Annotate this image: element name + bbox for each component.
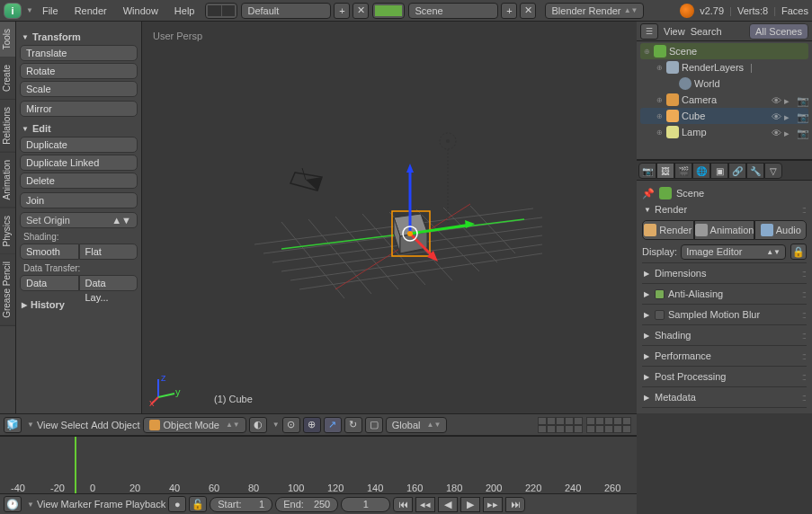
shade-flat-button[interactable]: Flat [79, 244, 138, 260]
scene-icon[interactable] [372, 3, 405, 19]
prop-tab-world[interactable]: 🌐 [692, 163, 710, 179]
mirror-button[interactable]: Mirror [20, 101, 138, 117]
screen-layout-icon[interactable] [205, 3, 237, 19]
menu-file[interactable]: File [35, 5, 66, 16]
add-layout-button[interactable]: + [334, 3, 350, 19]
mode-selector[interactable]: Object Mode▲▼ [143, 417, 246, 433]
jump-end-button[interactable]: ⏭ [505, 497, 525, 512]
prop-tab-render-layers[interactable]: 🖼 [656, 163, 674, 179]
add-scene-button[interactable]: + [501, 3, 517, 19]
prop-tab-constraints[interactable]: 🔗 [728, 163, 746, 179]
prev-key-button[interactable]: ◂◂ [415, 497, 435, 512]
shading-solid-icon[interactable]: ◐ [249, 417, 267, 433]
tab-animation[interactable]: Animation [0, 153, 15, 208]
info-icon[interactable]: i [4, 3, 22, 19]
manipulator-rotate-icon[interactable]: ↻ [344, 417, 362, 433]
tree-item-cube[interactable]: ⊕Cube👁▸📷 [640, 108, 808, 124]
outliner-tree[interactable]: ⊕Scene⊕RenderLayers|World⊕Camera👁▸📷⊕Cube… [637, 41, 812, 142]
manipulator-translate-icon[interactable]: ↗ [324, 417, 342, 433]
panel-performance[interactable]: ▶Performance::: [642, 349, 807, 363]
3d-viewport[interactable]: User Persp [142, 22, 637, 413]
tl-view-menu[interactable]: View [37, 499, 58, 510]
menu-help[interactable]: Help [167, 5, 202, 16]
outliner-editor-icon[interactable]: ☰ [640, 23, 658, 40]
delete-scene-button[interactable]: ✕ [520, 3, 536, 19]
pivot-icon[interactable]: ⊙ [282, 417, 300, 433]
outliner-search-menu[interactable]: Search [691, 26, 722, 37]
panel-metadata[interactable]: ▶Metadata::: [642, 390, 807, 404]
panel-post-processing[interactable]: ▶Post Processing::: [642, 369, 807, 384]
tree-item-camera[interactable]: ⊕Camera👁▸📷 [640, 92, 808, 108]
tab-grease-pencil[interactable]: Grease Pencil [0, 254, 15, 326]
manipulator-scale-icon[interactable]: ▢ [365, 417, 383, 433]
render-panel-header[interactable]: ▼Render::: [642, 202, 807, 217]
lock-icon[interactable]: 🔓 [189, 496, 207, 512]
tab-physics[interactable]: Physics [0, 208, 15, 254]
shade-smooth-button[interactable]: Smooth [20, 244, 79, 260]
edit-panel-header[interactable]: ▼Edit [20, 120, 138, 137]
outliner-view-menu[interactable]: View [664, 26, 685, 37]
tl-playback-menu[interactable]: Playback [126, 499, 166, 510]
prop-tab-modifiers[interactable]: 🔧 [746, 163, 764, 179]
panel-output[interactable]: ▶Output::: [642, 411, 807, 413]
end-frame-field[interactable]: End:250 [275, 497, 338, 512]
editor-type-icon[interactable]: 🧊 [4, 417, 22, 433]
tab-create[interactable]: Create [0, 58, 15, 100]
panel-sampled-motion-blur[interactable]: ▶Sampled Motion Blur::: [642, 307, 807, 322]
tab-relations[interactable]: Relations [0, 100, 15, 153]
tl-marker-menu[interactable]: Marker [61, 499, 92, 510]
select-menu[interactable]: Select [61, 420, 89, 430]
duplicate-button[interactable]: Duplicate [20, 137, 138, 153]
tree-item-scene[interactable]: ⊕Scene [640, 43, 808, 59]
timeline-editor-icon[interactable]: 🕐 [4, 496, 22, 512]
rotate-button[interactable]: Rotate [20, 63, 138, 79]
menu-render[interactable]: Render [67, 5, 114, 16]
next-key-button[interactable]: ▸▸ [483, 497, 503, 512]
start-frame-field[interactable]: Start:1 [210, 497, 272, 512]
play-reverse-button[interactable]: ◀ [438, 497, 458, 512]
animation-button[interactable]: Animation [694, 220, 755, 240]
outliner-filter-selector[interactable]: All Scenes [749, 23, 808, 40]
delete-button[interactable]: Delete [20, 173, 138, 189]
render-button[interactable]: Render [642, 220, 694, 240]
tl-frame-menu[interactable]: Frame [94, 499, 123, 510]
set-origin-button[interactable]: Set Origin▲▼ [20, 212, 138, 228]
prop-tab-render[interactable]: 📷 [638, 163, 656, 179]
pin-icon[interactable]: 📌 [642, 188, 655, 199]
tree-item-renderlayers[interactable]: ⊕RenderLayers| [640, 59, 808, 75]
panel-dimensions[interactable]: ▶Dimensions::: [642, 266, 807, 280]
object-menu[interactable]: Object [112, 420, 140, 430]
timeline[interactable]: -40-200204060801001201401601802002202402… [0, 435, 637, 493]
prop-tab-object[interactable]: ▣ [710, 163, 728, 179]
view-menu[interactable]: View [37, 420, 58, 430]
jump-start-button[interactable]: ⏮ [393, 497, 413, 512]
scale-button[interactable]: Scale [20, 81, 138, 97]
duplicate-linked-button[interactable]: Duplicate Linked [20, 155, 138, 171]
history-panel-header[interactable]: ▶History [20, 297, 138, 313]
prop-tab-scene[interactable]: 🎬 [674, 163, 692, 179]
display-lock-button[interactable]: 🔒 [790, 244, 807, 260]
tree-item-world[interactable]: World [640, 75, 808, 92]
display-selector[interactable]: Image Editor▲▼ [681, 244, 786, 260]
screen-layout-selector[interactable]: Default [241, 3, 331, 19]
audio-button[interactable]: Audio [754, 220, 807, 240]
translate-button[interactable]: Translate [20, 45, 138, 61]
panel-shading[interactable]: ▶Shading::: [642, 328, 807, 342]
delete-layout-button[interactable]: ✕ [352, 3, 369, 19]
data-layout-button[interactable]: Data Lay... [79, 275, 138, 291]
current-frame-field[interactable]: 1 [341, 497, 390, 512]
menu-window[interactable]: Window [116, 5, 165, 16]
add-menu[interactable]: Add [91, 420, 109, 430]
transform-panel-header[interactable]: ▼Transform [20, 29, 138, 45]
tree-item-lamp[interactable]: ⊕Lamp👁▸📷 [640, 124, 808, 140]
chevron-down-icon[interactable]: ▼ [26, 6, 33, 14]
prop-tab-data[interactable]: ▽ [764, 163, 782, 179]
data-button[interactable]: Data [20, 275, 79, 291]
manipulator-toggle-icon[interactable]: ⊕ [303, 417, 321, 433]
scene-selector[interactable]: Scene [408, 3, 498, 19]
tab-tools[interactable]: Tools [0, 22, 15, 58]
play-button[interactable]: ▶ [460, 497, 480, 512]
transform-orientation-selector[interactable]: Global▲▼ [386, 417, 448, 433]
auto-keyframe-icon[interactable]: ● [168, 496, 186, 512]
panel-anti-aliasing[interactable]: ▶Anti-Aliasing::: [642, 287, 807, 301]
